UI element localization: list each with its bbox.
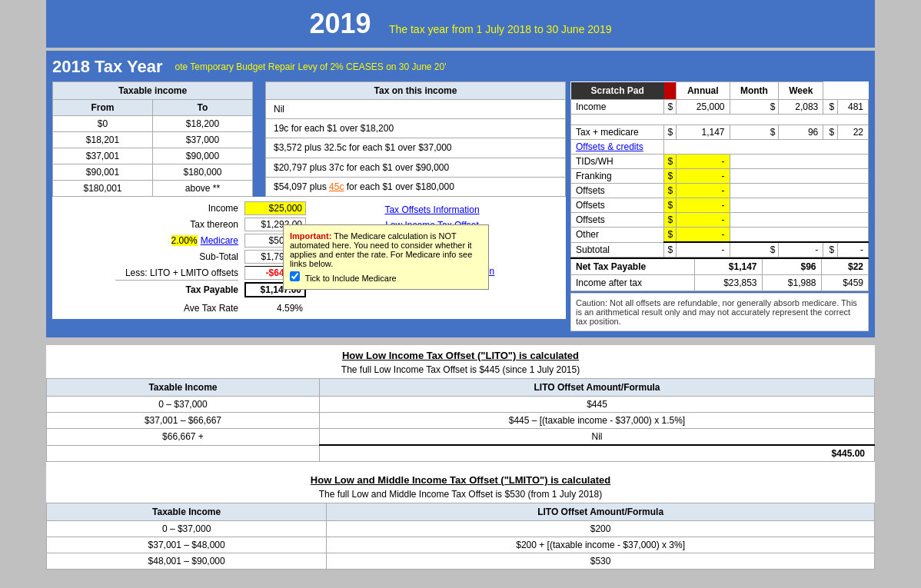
income-label: Income <box>115 203 238 214</box>
income-value: $25,000 <box>244 201 306 215</box>
table-row: $180,001 above ** <box>53 181 253 197</box>
header-bar: 2019 The tax year from 1 July 2018 to 30… <box>46 0 875 48</box>
medicare-checkbox[interactable] <box>290 271 300 281</box>
sp-subtotal-row: Subtotal $ - $ - $ - <box>571 242 869 257</box>
scratch-pad-totals: Net Tax Payable $1,147 $96 $22 Income af… <box>570 257 869 291</box>
sp-empty-row <box>571 115 869 125</box>
tax-offsets-link[interactable]: Tax Offsets Information <box>309 204 555 215</box>
table-row: $37,001 – $48,000 $200 + [(taxable incom… <box>47 537 875 553</box>
caution-box: Caution: Not all offsets are refundable,… <box>570 293 869 331</box>
lito-total-row: $445.00 <box>47 445 875 462</box>
sp-offsets-credits-row: Offsets & credits <box>571 140 869 154</box>
lito-section: How Low Income Tax Offset ("LITO") is ca… <box>46 345 875 462</box>
table-row: $18,201 $37,000 <box>53 132 253 148</box>
bottom-section: How Low Income Tax Offset ("LITO") is ca… <box>46 345 875 570</box>
header-year: 2019 <box>310 8 371 39</box>
table-row: 0 – $37,000 $445 <box>47 397 875 413</box>
lmito-title: How Low and Middle Income Tax Offset ("L… <box>46 470 875 487</box>
sp-tax-row: Tax + medicare $ 1,147 $ 96 $ 22 <box>571 125 869 140</box>
medicare-tooltip: Important: The Medicare calculation is N… <box>283 224 489 290</box>
lmito-section: How Low and Middle Income Tax Offset ("L… <box>46 470 875 570</box>
sp-franking-row: Franking $ - <box>571 169 869 184</box>
table-row: $66,667 + Nil <box>47 429 875 446</box>
sp-offsets2-row: Offsets $ - <box>571 198 869 213</box>
ave-tax-label: Ave Tax Rate <box>115 303 238 314</box>
table-row: $37,001 $90,000 <box>53 148 253 164</box>
sp-offsets1-row: Offsets $ - <box>571 184 869 198</box>
tax-thereon-label: Tax thereon <box>115 219 238 230</box>
taxable-income-table: Taxable income From To $0 $18,200 <box>52 81 253 197</box>
scratch-pad-table: Scratch Pad Annual Month Week Income $ 2… <box>570 81 869 257</box>
lmito-subtitle: The full Low and Middle Income Tax Offse… <box>46 487 875 503</box>
tax-on-income-table: Tax on this income Nil 19c for each $1 o… <box>265 81 566 197</box>
sp-income-row: Income $ 25,000 $ 2,083 $ 481 <box>571 100 869 115</box>
table-row: $0 $18,200 <box>53 116 253 132</box>
lmito-table: Taxable Income LITO Offset Amount/Formul… <box>46 503 875 570</box>
scratch-pad-panel: Scratch Pad Annual Month Week Income $ 2… <box>570 81 869 331</box>
income-after-tax-row: Income after tax $23,853 $1,988 $459 <box>571 275 869 291</box>
lito-subtitle: The full Low Income Tax Offset is $445 (… <box>46 363 875 378</box>
table-row: 0 – $37,000 $200 <box>47 521 875 537</box>
table-row: $20,797 plus 37c for each $1 over $90,00… <box>266 158 566 177</box>
table-row: $48,001 – $90,000 $530 <box>47 553 875 570</box>
net-tax-row: Net Tax Payable $1,147 $96 $22 <box>571 258 869 275</box>
lito-label: Less: LITO + LMITO offsets <box>115 267 238 278</box>
tooltip-important: Important: <box>290 231 331 241</box>
lito-title: How Low Income Tax Offset ("LITO") is ca… <box>46 345 875 363</box>
table-row: 19c for each $1 over $18,200 <box>266 119 566 138</box>
table-row: $3,572 plus 32.5c for each $1 over $37,0… <box>266 138 566 158</box>
tooltip-checkbox-label: Tick to Include Medicare <box>305 274 397 283</box>
main-blue-container: 2018 Tax Year ote Temporary Budget Repai… <box>46 51 875 337</box>
lito-table: Taxable Income LITO Offset Amount/Formul… <box>46 378 875 462</box>
sp-offsets3-row: Offsets $ - <box>571 213 869 228</box>
medicare-label[interactable]: Medicare <box>201 235 238 246</box>
medicare-pct: 2.00% <box>171 235 198 246</box>
notice-text: ote Temporary Budget Repair Levy of 2% C… <box>175 61 447 72</box>
tax-year-title: 2018 Tax Year <box>52 57 163 77</box>
table-row: $90,001 $180,000 <box>53 164 253 181</box>
left-panel: Taxable income From To $0 $18,200 <box>52 81 566 331</box>
table-row: Nil <box>266 100 566 119</box>
table-row: $54,097 plus 45c for each $1 over $180,0… <box>266 177 566 196</box>
subtotal-label: Sub-Total <box>115 251 238 262</box>
sp-tids-row: TIDs/WH $ - <box>571 154 869 169</box>
sp-other-row: Other $ - <box>571 228 869 243</box>
ave-tax-value: 4.59% <box>244 302 306 314</box>
header-subtitle: The tax year from 1 July 2018 to 30 June… <box>389 23 612 35</box>
table-row: $37,001 – $66,667 $445 – [(taxable incom… <box>47 413 875 429</box>
tax-payable-label: Tax Payable <box>115 284 238 295</box>
